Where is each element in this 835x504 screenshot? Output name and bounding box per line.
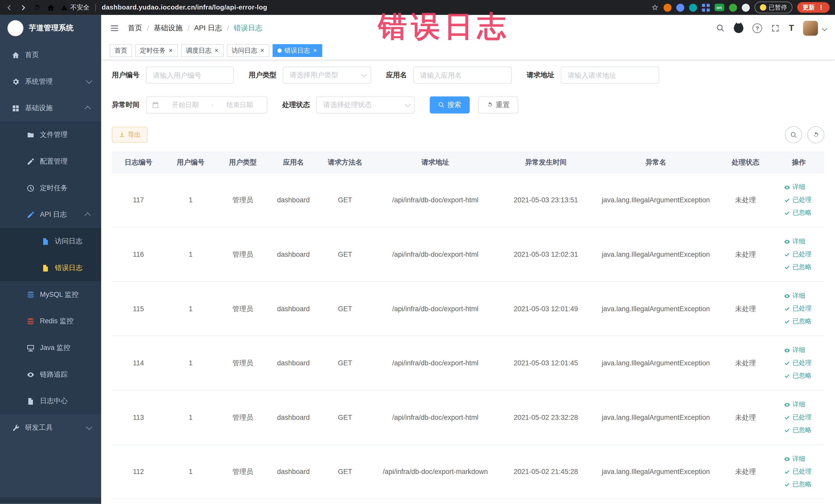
column-header: 请求地址 <box>373 152 498 173</box>
user-type-select[interactable]: 请选择用户类型 <box>283 66 371 83</box>
cell-time: 2021-05-03 12:02:31 <box>498 227 594 281</box>
sidebar-item-api-log[interactable]: API 日志 <box>0 201 101 228</box>
reset-button[interactable]: 重置 <box>478 97 518 114</box>
sidebar-item-java-monitor[interactable]: Java 监控 <box>0 335 101 361</box>
refresh-icon <box>812 131 819 138</box>
search-icon[interactable] <box>716 24 725 32</box>
sidebar-item-file-mgmt[interactable]: 文件管理 <box>0 121 101 148</box>
tab-home[interactable]: 首页 <box>109 44 132 57</box>
close-icon[interactable]: × <box>214 47 219 54</box>
process-status-select[interactable]: 请选择处理状态 <box>316 97 415 114</box>
refresh-button[interactable] <box>807 126 824 143</box>
security-chip[interactable]: 不安全 <box>61 3 89 12</box>
user-avatar[interactable] <box>803 21 818 36</box>
cell-actions: 详细 已处理 已忽略 <box>773 336 824 390</box>
sidebar-item-tracing[interactable]: 链路追踪 <box>0 361 101 388</box>
column-header: 操作 <box>773 152 824 173</box>
extension-icon[interactable] <box>676 3 684 11</box>
sidebar-item-system-mgmt[interactable]: 系统管理 <box>0 68 101 95</box>
menu-label: 文件管理 <box>40 130 68 139</box>
close-icon[interactable]: × <box>168 47 173 54</box>
update-button[interactable]: 更新 ⋮ <box>797 2 830 13</box>
button-label: 导出 <box>128 130 141 139</box>
processed-link[interactable]: 已处理 <box>784 304 814 313</box>
extension-icon[interactable] <box>729 3 737 11</box>
menu-label: Redis 监控 <box>40 316 74 326</box>
cell-exception: java.lang.IllegalArgumentException <box>594 173 718 227</box>
tab-access-log[interactable]: 访问日志 × <box>227 44 269 57</box>
back-icon[interactable] <box>5 3 13 11</box>
reload-icon[interactable] <box>33 3 41 11</box>
date-range-picker[interactable]: 开始日期 - 结束日期 <box>146 97 267 114</box>
processed-link[interactable]: 已处理 <box>784 250 814 259</box>
detail-link[interactable]: 详细 <box>784 455 814 463</box>
detail-link[interactable]: 详细 <box>784 291 814 300</box>
hamburger-icon[interactable] <box>109 23 119 33</box>
extension-icon[interactable] <box>663 3 671 11</box>
github-icon[interactable] <box>734 23 744 33</box>
processed-link[interactable]: 已处理 <box>784 358 814 367</box>
close-icon[interactable]: × <box>260 47 265 54</box>
font-size-icon[interactable]: T <box>789 24 794 32</box>
sidebar-item-access-log[interactable]: 访问日志 <box>0 228 101 255</box>
extension-icon[interactable] <box>741 3 750 11</box>
detail-link[interactable]: 详细 <box>784 183 814 192</box>
tab-schedule-log[interactable]: 调度日志 × <box>181 44 224 57</box>
check-icon <box>784 251 790 258</box>
tab-error-log[interactable]: 错误日志 × <box>272 44 322 57</box>
forward-icon[interactable] <box>19 3 27 11</box>
help-icon[interactable]: ? <box>753 23 762 33</box>
ignored-link[interactable]: 已忽略 <box>784 208 814 217</box>
sidebar-item-mysql-monitor[interactable]: MySQL 监控 <box>0 281 101 308</box>
detail-link[interactable]: 详细 <box>784 346 814 355</box>
user-id-input[interactable] <box>146 66 233 83</box>
sidebar-item-infrastructure[interactable]: 基础设施 <box>0 95 101 121</box>
home-icon[interactable] <box>47 3 55 11</box>
paused-extension-badge[interactable]: 已暂停 <box>754 2 792 13</box>
fullscreen-icon[interactable] <box>771 24 779 32</box>
close-icon[interactable]: × <box>313 47 318 54</box>
app-name-input[interactable] <box>413 66 512 83</box>
ignored-link[interactable]: 已忽略 <box>784 480 814 489</box>
extensions-grid-icon[interactable] <box>701 3 710 11</box>
processed-link[interactable]: 已处理 <box>784 195 814 204</box>
sidebar-item-redis-monitor[interactable]: Redis 监控 <box>0 308 101 335</box>
request-url-input[interactable] <box>561 66 659 83</box>
tab-scheduled-jobs[interactable]: 定时任务 × <box>135 44 178 57</box>
toggle-search-button[interactable] <box>785 126 802 143</box>
sidebar-item-error-log[interactable]: 错误日志 <box>0 255 101 281</box>
ignored-link[interactable]: 已忽略 <box>784 426 814 435</box>
detail-link[interactable]: 详细 <box>784 400 814 409</box>
breadcrumb-home[interactable]: 首页 <box>128 23 142 33</box>
export-button[interactable]: 导出 <box>112 127 148 143</box>
breadcrumb-current: 错误日志 <box>233 23 262 33</box>
breadcrumb-api-log[interactable]: API 日志 <box>194 23 222 33</box>
sidebar-item-scheduled-jobs[interactable]: 定时任务 <box>0 175 101 201</box>
ignored-link[interactable]: 已忽略 <box>784 263 814 271</box>
ignored-link[interactable]: 已忽略 <box>784 371 814 380</box>
search-button[interactable]: 搜索 <box>430 97 470 114</box>
sidebar-item-log-center[interactable]: 日志中心 <box>0 388 101 415</box>
url-bar[interactable]: dashboard.yudao.iocoder.cn/infra/log/api… <box>102 4 267 11</box>
processed-link[interactable]: 已处理 <box>784 467 814 476</box>
ignored-link[interactable]: 已忽略 <box>784 317 814 326</box>
field-label: 请求地址 <box>527 70 554 80</box>
column-header: 异常发生时间 <box>498 152 594 173</box>
cell-status: 未处理 <box>718 282 773 336</box>
detail-link[interactable]: 详细 <box>784 237 814 246</box>
cell-status: 未处理 <box>718 390 773 444</box>
processed-link[interactable]: 已处理 <box>784 413 814 422</box>
sidebar-item-dev-tools[interactable]: 研发工具 <box>0 415 101 441</box>
cell-user-id: 1 <box>165 227 216 281</box>
bookmark-star-icon[interactable] <box>651 4 658 11</box>
menu-kebab-icon[interactable]: ⋮ <box>818 4 824 11</box>
extension-on-badge[interactable]: on <box>714 4 724 11</box>
app-logo[interactable]: 芋道管理系统 <box>0 15 101 42</box>
extension-icon[interactable] <box>689 3 697 11</box>
cell-time: 2021-05-02 23:32:28 <box>498 390 594 444</box>
breadcrumb-infrastructure[interactable]: 基础设施 <box>154 23 183 33</box>
sidebar-item-home[interactable]: 首页 <box>0 42 101 68</box>
chevron-down-icon[interactable] <box>822 26 827 31</box>
sidebar-item-config-mgmt[interactable]: 配置管理 <box>0 148 101 175</box>
filter-process-status: 处理状态 请选择处理状态 <box>282 97 415 114</box>
